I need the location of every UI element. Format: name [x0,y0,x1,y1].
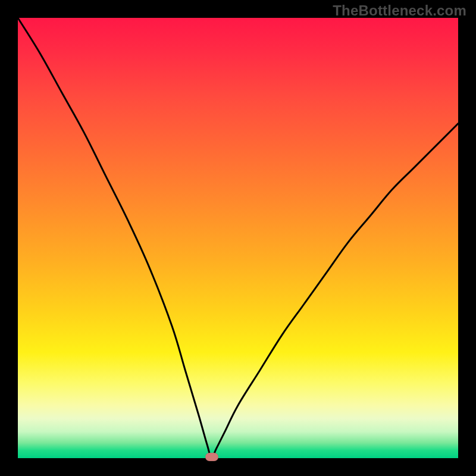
balance-marker [205,453,218,461]
bottleneck-curve-path [18,18,458,458]
curve-svg [18,18,458,458]
plot-area [18,18,458,458]
chart-frame: TheBottleneck.com [0,0,476,476]
watermark-text: TheBottleneck.com [333,2,466,19]
